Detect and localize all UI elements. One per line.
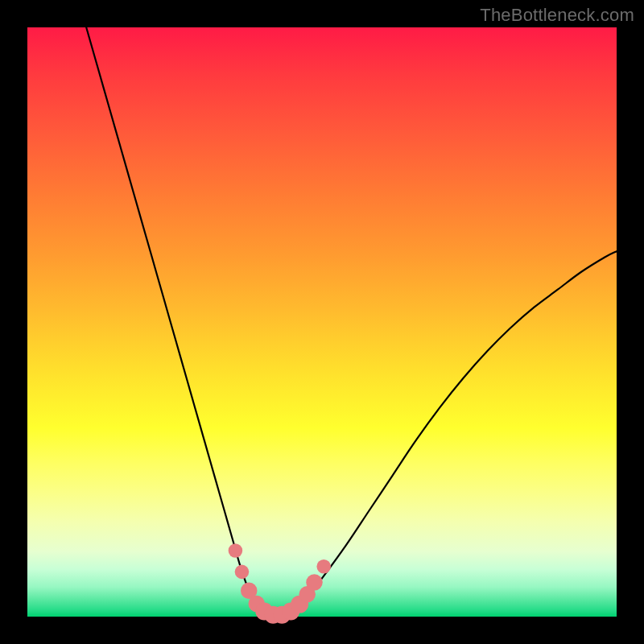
watermark-text: TheBottleneck.com xyxy=(480,5,634,26)
highlight-markers xyxy=(229,543,331,624)
chart-outer-frame: TheBottleneck.com xyxy=(0,0,644,644)
marker-dot xyxy=(316,559,331,574)
marker-dot xyxy=(229,543,243,558)
chart-svg xyxy=(27,27,617,617)
marker-dot xyxy=(235,565,250,580)
bottleneck-curve xyxy=(86,27,617,616)
chart-plot-area xyxy=(27,27,617,617)
marker-dot xyxy=(306,574,323,591)
